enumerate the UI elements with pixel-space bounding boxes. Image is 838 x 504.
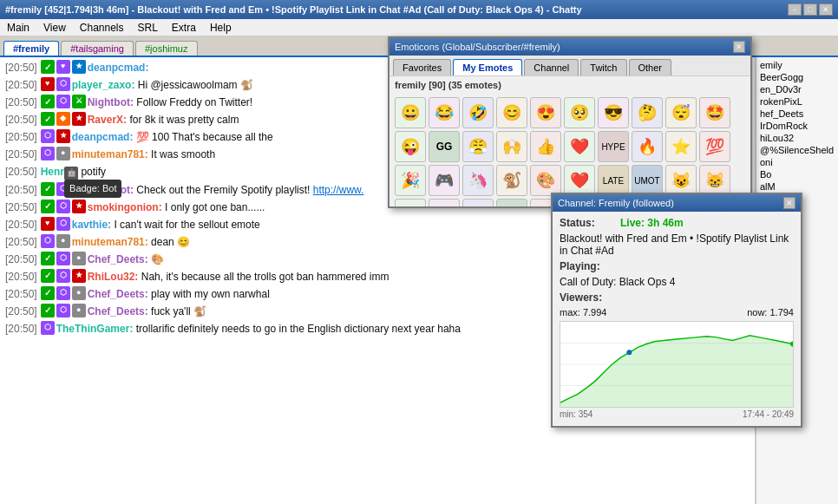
tab-tailsgaming[interactable]: #tailsgaming (61, 41, 134, 56)
emote-item[interactable]: 👍 (530, 131, 561, 162)
emote-item[interactable]: 🙉 (429, 199, 460, 206)
badge-star: ★ (56, 129, 70, 143)
chat-link[interactable]: http://www. (313, 184, 364, 196)
live-badge: Live: 3h 46m (620, 217, 684, 229)
badge-sub: ⬡ (56, 286, 70, 300)
chat-username[interactable]: Chef_Deets: (88, 252, 148, 267)
emote-item[interactable]: HYPE (598, 131, 629, 162)
sidebar-user[interactable]: BeerGogg (758, 71, 836, 83)
viewers-chart-svg (560, 322, 793, 407)
emote-item[interactable]: 😺 (665, 165, 697, 196)
emote-item[interactable]: 🙌 (496, 131, 527, 162)
sidebar-user[interactable]: oni (758, 156, 836, 168)
channel-viewers-stats: max: 7.994 now: 1.794 (560, 307, 794, 317)
sidebar-user[interactable]: hef_Deets (758, 108, 836, 120)
chat-username[interactable]: smokingonion: (88, 200, 162, 215)
viewers-max: max: 7.994 (560, 307, 606, 317)
tab-twitch[interactable]: Twitch (580, 59, 626, 75)
badge-check: ✓ (41, 269, 55, 283)
emote-item[interactable]: 😍 (530, 97, 561, 128)
emote-item[interactable]: 😴 (665, 97, 697, 128)
channel-content: Status: Live: 3h 46m Blackout! with Fred… (553, 212, 801, 426)
emote-item[interactable]: LATE (598, 165, 629, 196)
emote-item[interactable]: 🐒 (496, 165, 527, 196)
chat-username[interactable]: TheThinGamer: (56, 321, 134, 337)
badge-sub: ♥ (41, 77, 55, 91)
emote-item[interactable]: ⭐ (665, 131, 697, 162)
emote-item[interactable]: 🔥 (632, 131, 663, 162)
badge-circle: ● (56, 147, 70, 160)
chat-username[interactable]: deanpcmad: (88, 60, 149, 75)
tab-fremily[interactable]: #fremily (3, 41, 59, 56)
menu-main[interactable]: Main (3, 21, 33, 35)
sidebar-user[interactable]: hiLou32 (758, 132, 836, 144)
sidebar-user[interactable]: rokenPixL (758, 95, 836, 108)
sidebar-user[interactable]: en_D0v3r (758, 83, 836, 95)
sidebar-user[interactable]: emily (758, 59, 836, 71)
chat-username[interactable]: minuteman781: (72, 234, 148, 250)
emote-item[interactable]: 😀 (395, 97, 426, 128)
emote-item[interactable]: 🦄 (462, 165, 494, 196)
badge-check: ✓ (41, 252, 55, 265)
sidebar-user[interactable]: IrDomRock (758, 120, 836, 132)
emote-item[interactable]: 😎 (598, 97, 629, 128)
emote-item[interactable]: 🎨 (530, 165, 561, 196)
chat-username[interactable]: Chef_Deets: (88, 286, 148, 302)
emote-item[interactable]: GG (429, 131, 460, 162)
emoticons-close-button[interactable]: ✕ (733, 41, 745, 53)
tab-channel[interactable]: Channel (524, 59, 579, 75)
chart-min-viewers: min: 354 (560, 409, 592, 419)
channel-viewers-header: Viewers: (560, 291, 794, 304)
chat-username[interactable]: RhiLou32: (88, 269, 139, 285)
sidebar-user[interactable]: alM (758, 180, 836, 193)
emote-item[interactable]: 😸 (699, 165, 730, 196)
emote-item[interactable]: 😜 (395, 131, 426, 162)
tab-other[interactable]: Other (629, 59, 672, 75)
emote-item[interactable]: 🙈 (395, 199, 426, 206)
badge-mod: ⚔ (72, 95, 86, 108)
emote-item[interactable]: PROUD (496, 199, 527, 206)
menu-help[interactable]: Help (206, 21, 235, 35)
channel-close-button[interactable]: ✕ (783, 197, 795, 209)
sidebar-user[interactable]: @%SilenceSheld (758, 144, 836, 156)
sidebar-user[interactable]: Bo (758, 168, 836, 180)
chat-username[interactable]: Chef_Deets: (88, 304, 148, 319)
chat-username[interactable]: RaverX: (88, 112, 127, 128)
emote-item[interactable]: 💯 (699, 131, 730, 162)
menu-extra[interactable]: Extra (168, 21, 200, 35)
chat-username[interactable]: deanpcmad: (72, 129, 134, 145)
badge-sub: ♥ (56, 60, 70, 74)
channel-playing-row: Playing: (560, 260, 794, 272)
chat-username[interactable]: Nightbot: (88, 95, 134, 110)
emote-item[interactable]: 🎉 (395, 165, 426, 196)
close-button[interactable]: ✕ (819, 3, 833, 16)
channel-game-row: Call of Duty: Black Ops 4 (560, 276, 794, 288)
menu-srl[interactable]: SRL (134, 21, 161, 35)
emote-item[interactable]: ❤️ (564, 165, 595, 196)
chat-username[interactable]: minuteman781: (72, 147, 148, 162)
chat-username[interactable]: player_zaxo: (72, 77, 135, 93)
tab-joshimuz[interactable]: #joshimuz (135, 41, 198, 56)
status-label: Status: (560, 217, 620, 229)
chart-time-range: 17:44 - 20:49 (743, 409, 794, 419)
emote-item[interactable]: 🙊 (462, 199, 494, 206)
menu-channels[interactable]: Channels (76, 21, 128, 35)
chat-username[interactable]: Henr (41, 164, 64, 180)
tab-favorites[interactable]: Favorites (393, 59, 451, 75)
emote-item[interactable]: 😤 (462, 131, 494, 162)
emote-item[interactable]: UMOT (632, 165, 663, 196)
emoticons-title: Emoticons (Global/Subscriber/#fremily) (395, 42, 560, 52)
emote-item[interactable]: 😂 (429, 97, 460, 128)
menu-view[interactable]: View (40, 21, 69, 35)
chat-username[interactable]: kavthie: (72, 217, 111, 232)
emote-item[interactable]: ❤️ (564, 131, 595, 162)
emote-item[interactable]: 🤣 (462, 97, 494, 128)
minimize-button[interactable]: − (788, 3, 802, 16)
emote-item[interactable]: 😊 (496, 97, 527, 128)
emote-item[interactable]: 🎮 (429, 165, 460, 196)
emote-item[interactable]: 🤔 (632, 97, 663, 128)
tab-my-emotes[interactable]: My Emotes (453, 59, 522, 75)
emote-item[interactable]: 🤩 (699, 97, 730, 128)
emote-item[interactable]: 🥺 (564, 97, 595, 128)
maximize-button[interactable]: □ (803, 3, 817, 16)
